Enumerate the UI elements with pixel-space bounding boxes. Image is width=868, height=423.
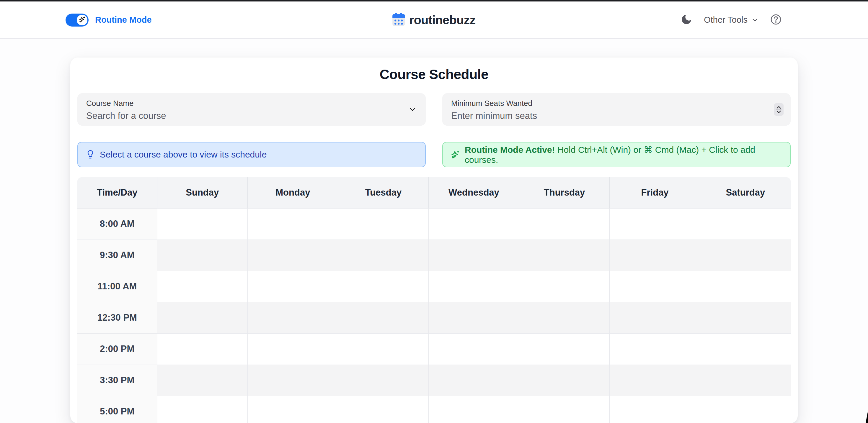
routine-mode-control: Routine Mode — [66, 13, 152, 27]
brand-name: routinebuzz — [409, 13, 476, 27]
schedule-cell — [248, 302, 338, 333]
schedule-cell — [700, 271, 790, 302]
minimum-seats-input[interactable] — [451, 110, 764, 121]
schedule-cell — [429, 396, 519, 423]
select-course-hint: Select a course above to view its schedu… — [78, 142, 426, 167]
schedule-cell — [700, 396, 790, 423]
schedule-cell — [338, 365, 429, 396]
schedule-cell — [610, 333, 700, 365]
schedule-table-container: Time/DaySundayMondayTuesdayWednesdayThur… — [78, 177, 790, 423]
day-column-header: Thursday — [519, 177, 610, 208]
time-label: 2:00 PM — [78, 333, 157, 365]
minimum-seats-field[interactable]: Minimum Seats Wanted — [442, 93, 790, 126]
sparkles-icon — [451, 150, 460, 159]
schedule-cell — [519, 365, 610, 396]
time-label: 11:00 AM — [78, 271, 157, 302]
brand-logo[interactable]: routinebuzz — [392, 13, 476, 27]
schedule-cell — [338, 208, 429, 239]
other-tools-label: Other Tools — [704, 15, 748, 25]
schedule-cell — [248, 333, 338, 365]
course-schedule-card: Course Schedule Course Name Minimum Seat… — [70, 58, 798, 423]
schedule-cell — [429, 365, 519, 396]
schedule-cell — [519, 239, 610, 271]
chevron-down-icon — [751, 16, 759, 24]
routine-mode-label: Routine Mode — [95, 15, 152, 25]
schedule-cell — [157, 333, 248, 365]
schedule-cell — [157, 239, 248, 271]
schedule-row: 2:00 PM — [78, 333, 790, 365]
moon-icon — [680, 13, 693, 27]
day-column-header: Saturday — [700, 177, 790, 208]
time-day-column-header: Time/Day — [78, 177, 157, 208]
schedule-cell — [157, 271, 248, 302]
banner-text: Routine Mode Active! Hold Ctrl+Alt (Win)… — [465, 144, 782, 165]
schedule-cell — [519, 302, 610, 333]
schedule-cell — [338, 239, 429, 271]
course-name-field[interactable]: Course Name — [78, 93, 426, 126]
day-column-header: Monday — [248, 177, 338, 208]
schedule-cell — [157, 208, 248, 239]
schedule-cell — [610, 271, 700, 302]
schedule-table-head-row: Time/DaySundayMondayTuesdayWednesdayThur… — [78, 177, 790, 208]
schedule-cell — [610, 302, 700, 333]
schedule-cell — [700, 365, 790, 396]
sparkles-icon — [79, 16, 86, 24]
schedule-cell — [338, 271, 429, 302]
theme-toggle-button[interactable] — [680, 13, 693, 27]
toggle-knob — [77, 15, 87, 25]
page-title: Course Schedule — [78, 66, 790, 82]
schedule-cell — [429, 271, 519, 302]
schedule-row: 11:00 AM — [78, 271, 790, 302]
schedule-row: 9:30 AM — [78, 239, 790, 271]
help-circle-icon — [770, 13, 782, 26]
cursor-artifact — [866, 411, 868, 423]
status-messages: Select a course above to view its schedu… — [78, 142, 790, 167]
schedule-cell — [610, 239, 700, 271]
help-button[interactable] — [770, 13, 782, 26]
time-label: 5:00 PM — [78, 396, 157, 423]
schedule-cell — [519, 208, 610, 239]
schedule-cell — [157, 396, 248, 423]
schedule-cell — [338, 302, 429, 333]
schedule-cell — [700, 333, 790, 365]
schedule-cell — [429, 208, 519, 239]
number-stepper[interactable] — [774, 103, 783, 116]
app-header: Routine Mode routinebuzz Other Tools — [0, 1, 868, 39]
schedule-cell — [248, 208, 338, 239]
schedule-cell — [519, 396, 610, 423]
routine-mode-active-banner: Routine Mode Active! Hold Ctrl+Alt (Win)… — [442, 142, 790, 167]
calendar-icon — [392, 14, 405, 26]
header-actions: Other Tools — [680, 13, 782, 27]
schedule-row: 12:30 PM — [78, 302, 790, 333]
chevron-down-icon[interactable] — [408, 105, 417, 114]
schedule-cell — [157, 302, 248, 333]
time-label: 3:30 PM — [78, 365, 157, 396]
schedule-cell — [610, 208, 700, 239]
schedule-cell — [610, 365, 700, 396]
schedule-cell — [700, 302, 790, 333]
banner-text-bold: Routine Mode Active! — [465, 145, 555, 155]
schedule-cell — [429, 239, 519, 271]
schedule-cell — [248, 365, 338, 396]
schedule-cell — [519, 271, 610, 302]
day-column-header: Friday — [610, 177, 700, 208]
schedule-cell — [157, 365, 248, 396]
schedule-cell — [248, 396, 338, 423]
schedule-row: 5:00 PM — [78, 396, 790, 423]
day-column-header: Tuesday — [338, 177, 429, 208]
window-top-strip — [0, 0, 868, 1]
schedule-table-body: 8:00 AM9:30 AM11:00 AM12:30 PM2:00 PM3:3… — [78, 208, 790, 423]
schedule-cell — [519, 333, 610, 365]
other-tools-dropdown[interactable]: Other Tools — [704, 15, 759, 25]
course-search-input[interactable] — [86, 110, 399, 121]
schedule-row: 3:30 PM — [78, 365, 790, 396]
course-name-label: Course Name — [86, 99, 417, 108]
schedule-cell — [338, 396, 429, 423]
time-label: 8:00 AM — [78, 208, 157, 239]
routine-mode-toggle[interactable] — [66, 13, 89, 27]
day-column-header: Wednesday — [429, 177, 519, 208]
schedule-row: 8:00 AM — [78, 208, 790, 239]
minimum-seats-label: Minimum Seats Wanted — [451, 99, 782, 108]
time-label: 12:30 PM — [78, 302, 157, 333]
schedule-cell — [429, 302, 519, 333]
